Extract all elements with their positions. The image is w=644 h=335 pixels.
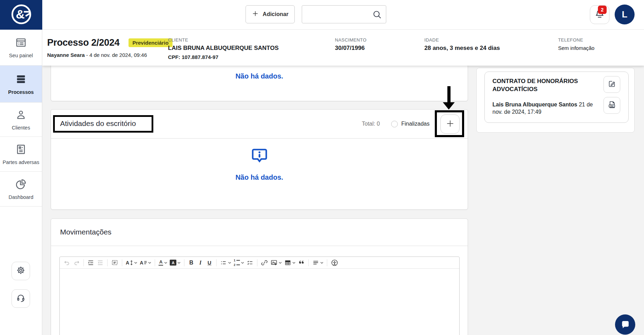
sidebar-item-dashboard[interactable]: Dashboard xyxy=(0,172,42,207)
field-value: 28 anos, 3 meses e 24 dias xyxy=(424,45,500,52)
sidebar-item-label: Seu painel xyxy=(9,53,33,58)
process-header: Processo 2/2024 Previdenciário Nayanne S… xyxy=(42,30,644,66)
search-box xyxy=(302,5,386,23)
support-button[interactable] xyxy=(12,289,30,308)
alignment-button[interactable] xyxy=(311,258,324,267)
numbered-list-button[interactable]: 1 2 xyxy=(233,258,245,267)
accessibility-icon xyxy=(331,259,338,267)
image-upload-button[interactable] xyxy=(269,258,283,267)
sidebar-item-processos[interactable]: Processos xyxy=(0,66,42,103)
finalizadas-radio[interactable] xyxy=(391,121,398,127)
editor-content-area[interactable] xyxy=(60,269,459,335)
contract-card: CONTRATO DE HONORÁRIOS ADVOCATÍCIOS PDF xyxy=(484,72,629,123)
field-value: 30/07/1996 xyxy=(335,45,365,52)
blockquote-button[interactable] xyxy=(297,258,306,267)
add-button-label: Adicionar xyxy=(263,11,288,17)
font-family-button[interactable]: A xyxy=(139,258,152,267)
plus-icon xyxy=(252,10,259,18)
background-color-button[interactable]: A xyxy=(169,258,182,267)
indent-icon xyxy=(87,259,94,266)
chevron-down-icon xyxy=(177,262,181,264)
sidebar-item-clientes[interactable]: Clientes xyxy=(0,103,42,137)
link-icon xyxy=(261,259,268,266)
italic-button[interactable]: I xyxy=(196,258,205,267)
editor-toolbar: A A A A B I U xyxy=(60,257,459,269)
add-activity-button[interactable] xyxy=(440,114,460,134)
underline-button[interactable]: U xyxy=(205,258,214,267)
documents-panel: CONTRATO DE HONORÁRIOS ADVOCATÍCIOS PDF xyxy=(476,68,635,133)
field-cpf: CPF: 107.887.874-97 xyxy=(168,54,218,60)
bold-button[interactable]: B xyxy=(187,258,196,267)
numbered-list-icon: 1 2 xyxy=(234,259,240,266)
process-title: Processo 2/2024 xyxy=(47,37,119,48)
process-subtitle: Nayanne Seara - 4 de nov. de 2024, 09:46 xyxy=(47,52,147,58)
field-label: IDADE xyxy=(424,37,439,43)
link-button[interactable] xyxy=(260,258,269,267)
toolbar-separator xyxy=(184,259,184,266)
chevron-down-icon xyxy=(279,262,282,264)
movements-header: Movimentações xyxy=(51,219,468,246)
chevron-down-icon xyxy=(164,262,167,264)
chat-bubble-icon xyxy=(620,319,630,330)
toolbar-separator xyxy=(107,259,108,266)
resize-arrows-icon xyxy=(130,260,133,266)
bulleted-list-button[interactable] xyxy=(219,258,232,267)
sidebar-item-partes-adversas[interactable]: Partes adversas xyxy=(0,137,42,172)
toolbar-separator xyxy=(83,259,84,266)
toolbar-separator xyxy=(327,259,327,266)
bulleted-list-icon xyxy=(220,259,227,266)
field-label: TELEFONE xyxy=(558,37,583,43)
edit-icon xyxy=(608,80,616,89)
chat-widget-button[interactable] xyxy=(615,314,635,335)
redo-button[interactable] xyxy=(72,258,81,267)
chevron-down-icon xyxy=(292,262,295,264)
sidebar-item-label: Processos xyxy=(8,89,34,95)
movements-panel: Movimentações A xyxy=(51,218,468,335)
edit-contract-button[interactable] xyxy=(603,76,620,93)
toolbar-separator xyxy=(308,259,309,266)
search-icon[interactable] xyxy=(372,9,382,21)
select-block-button[interactable] xyxy=(110,258,119,267)
contract-author: Lais Bruna Albuquerque Santos xyxy=(492,102,577,107)
app-logo: & xyxy=(0,0,42,30)
table-icon xyxy=(284,259,291,266)
toolbar-separator xyxy=(155,259,155,266)
todo-list-icon xyxy=(247,259,254,266)
table-button[interactable] xyxy=(283,258,297,267)
contract-title: CONTRATO DE HONORÁRIOS ADVOCATÍCIOS xyxy=(492,77,595,94)
pdf-contract-button[interactable]: PDF xyxy=(603,97,620,114)
add-button[interactable]: Adicionar xyxy=(246,5,295,23)
process-created-at: - 4 de nov. de 2024, 09:46 xyxy=(86,52,147,58)
indent-button[interactable] xyxy=(86,258,95,267)
align-icon xyxy=(312,259,319,266)
text-lines-icon xyxy=(144,260,147,265)
todo-list-button[interactable] xyxy=(246,258,255,267)
font-color-button[interactable]: A xyxy=(158,258,168,267)
undo-icon xyxy=(64,259,71,266)
field-value: LAIS BRUNA ALBUQUERQUE SANTOS xyxy=(168,45,279,52)
gear-icon xyxy=(16,266,25,276)
contract-meta: Lais Bruna Albuquerque Santos 21 de nov.… xyxy=(492,101,597,116)
settings-button[interactable] xyxy=(12,262,30,280)
outdent-button[interactable] xyxy=(96,258,105,267)
accessibility-button[interactable] xyxy=(330,258,339,267)
finalizadas-label: Finalizadas xyxy=(401,121,430,127)
panel-icon xyxy=(15,37,27,50)
user-avatar[interactable]: L xyxy=(615,5,635,24)
chevron-down-icon xyxy=(320,262,323,264)
movements-title: Movimentações xyxy=(60,228,111,236)
sidebar-item-seu-painel[interactable]: Seu painel xyxy=(0,30,42,66)
pie-chart-icon xyxy=(15,178,27,191)
field-label: CLIENTE xyxy=(168,37,188,43)
undo-button[interactable] xyxy=(63,258,72,267)
activities-panel: Atividades do escritório Total: 0 Finali… xyxy=(51,109,468,210)
svg-text:PDF: PDF xyxy=(610,105,614,107)
sidebar-item-label: Dashboard xyxy=(9,194,34,200)
sidebar: Seu painel Processos Clientes Partes adv… xyxy=(0,30,42,335)
rows-icon xyxy=(15,73,27,86)
font-size-button[interactable]: A xyxy=(125,258,138,267)
block-select-icon xyxy=(111,259,118,266)
activities-total: Total: 0 xyxy=(362,121,380,127)
toolbar-separator xyxy=(257,259,257,266)
activities-title: Atividades do escritório xyxy=(60,119,136,128)
